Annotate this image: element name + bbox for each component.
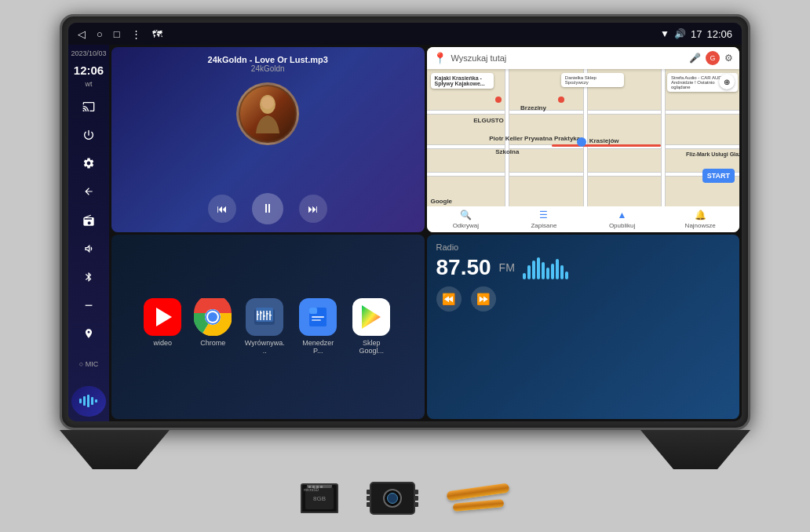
car-unit: ◁ ○ □ ⋮ 🗺 ▼ 🔊 17 12:06 2023/10/03 (44, 14, 766, 518)
svg-rect-24 (309, 308, 317, 314)
app-item-chrome[interactable]: Chrome (194, 298, 232, 347)
current-time: 12:06 (706, 28, 732, 40)
zapisane-label: Zapisane (531, 222, 556, 229)
equalizer-icon (246, 298, 283, 336)
status-left: ◁ ○ □ ⋮ 🗺 (78, 28, 162, 40)
app-item-play-store[interactable]: Sklep Googl... (351, 298, 392, 355)
camera-fin-6 (414, 502, 418, 507)
maps-content[interactable]: Kajaki Krasieńka - Spływy Kajakowe... Da… (427, 69, 740, 206)
maps-pin-icon: 📍 (433, 52, 447, 64)
youtube-icon (144, 298, 181, 336)
mount-bracket-right (640, 430, 750, 469)
microsd-label: microSD (304, 487, 319, 492)
svg-rect-2 (87, 395, 89, 407)
map-poi-2 (558, 97, 564, 103)
backup-camera (370, 482, 415, 515)
sidebar-btn-location[interactable] (75, 321, 103, 346)
map-label-brzeziny: Brzeziny (520, 104, 546, 111)
maps-tab-najnowsze[interactable]: 🔔 Najnowsze (661, 210, 739, 229)
sidebar-btn-mic[interactable]: ○ MIC (75, 352, 103, 377)
opublikuj-label: Opublikuj (609, 222, 635, 229)
sidebar-btn-radio[interactable] (75, 208, 103, 233)
album-art-inner (240, 86, 295, 141)
map-background: Kajaki Krasieńka - Spływy Kajakowe... Da… (427, 69, 740, 206)
recents-nav[interactable]: □ (114, 28, 120, 40)
main-area: 2023/10/03 12:06 wt (68, 45, 742, 421)
wifi-icon: ▼ (660, 28, 670, 39)
maps-tab-zapisane[interactable]: ☰ Zapisane (505, 210, 583, 229)
radio-prev-button[interactable]: ⏪ (436, 286, 462, 312)
app-item-video[interactable]: wideo (144, 298, 181, 347)
play-store-svg (357, 303, 385, 331)
odkrywaj-label: Odkrywaj (453, 222, 479, 229)
files-icon (299, 298, 337, 336)
map-label-poi3: Fliz-Mark Usługi Glazurnicze... (686, 151, 733, 158)
svg-rect-3 (91, 397, 93, 405)
svg-point-10 (208, 312, 217, 322)
yt-play-icon (156, 308, 172, 326)
play-pause-button[interactable]: ⏸ (252, 193, 283, 224)
maps-settings-icon[interactable]: ⚙ (724, 53, 733, 64)
camera-fin-2 (367, 496, 371, 501)
artist-name: 24kGoldn (119, 64, 417, 73)
sidebar-time: 12:06 (74, 64, 104, 77)
sidebar-btn-cast[interactable] (75, 94, 103, 119)
svg-marker-27 (362, 305, 381, 329)
screen: ◁ ○ □ ⋮ 🗺 ▼ 🔊 17 12:06 2023/10/03 (68, 23, 742, 421)
radio-wave-display (523, 256, 568, 279)
map-start-button[interactable]: START (702, 169, 735, 183)
odkrywaj-icon: 🔍 (460, 210, 472, 220)
sidebar-btn-power[interactable] (75, 122, 103, 148)
svg-rect-4 (95, 399, 97, 403)
sidebar-btn-minus[interactable]: − (75, 293, 103, 318)
maps-search-bar[interactable]: 📍 Wyszukaj tutaj 🎤 G ⚙ (427, 47, 740, 69)
next-button[interactable]: ⏭ (299, 195, 327, 223)
sidebar-btn-volume[interactable] (75, 236, 103, 261)
app-item-files[interactable]: Menedzer P... (297, 298, 338, 355)
app-label-files: Menedzer P... (297, 339, 338, 355)
camera-fin-4 (414, 490, 418, 494)
radio-freq-row: 87.50 FM (436, 255, 731, 280)
maps-bottom-tabs: 🔍 Odkrywaj ☰ Zapisane ▲ Opublikuj (427, 206, 740, 232)
sidebar-date: 2023/10/03 (71, 49, 106, 59)
map-label-szkolna: Szkolna (495, 148, 519, 155)
sidebar: 2023/10/03 12:06 wt (68, 45, 109, 421)
map-poi-3 (577, 137, 586, 147)
svg-rect-26 (312, 319, 321, 321)
home-nav[interactable]: ○ (97, 28, 103, 40)
map-label-google: Google (431, 198, 453, 205)
sidebar-day: wt (86, 80, 93, 88)
sidebar-btn-settings[interactable] (75, 151, 103, 176)
map-info-card-1: Kajaki Krasieńka - Spływy Kajakowe... (431, 73, 494, 89)
sd-card-body: 8GB microSD (301, 483, 338, 513)
app-item-equalizer[interactable]: Wyrównywa... (244, 298, 285, 355)
status-bar: ◁ ○ □ ⋮ 🗺 ▼ 🔊 17 12:06 (68, 23, 742, 45)
prev-button[interactable]: ⏮ (208, 195, 236, 223)
back-nav[interactable]: ◁ (78, 28, 86, 40)
sidebar-btn-bluetooth[interactable] (75, 264, 103, 290)
mount-bracket-left (60, 430, 170, 469)
trim-strip-1 (447, 483, 510, 501)
maps-tab-opublikuj[interactable]: ▲ Opublikuj (583, 210, 662, 229)
svg-rect-21 (266, 313, 268, 315)
maps-mic-icon[interactable]: 🎤 (689, 53, 701, 64)
radio-band: FM (499, 261, 515, 274)
radio-frequency: 87.50 (436, 255, 491, 280)
radio-next-button[interactable]: ⏩ (471, 286, 496, 312)
files-svg (306, 305, 330, 329)
audio-wave-button[interactable] (71, 386, 106, 417)
song-title: 24kGoldn - Love Or Lust.mp3 (119, 55, 417, 64)
maps-tab-odkrywaj[interactable]: 🔍 Odkrywaj (427, 210, 505, 229)
chrome-icon (194, 298, 232, 336)
app-label-equalizer: Wyrównywa... (244, 339, 285, 355)
maps-nav[interactable]: 🗺 (152, 28, 162, 40)
maps-profile[interactable]: G (706, 51, 720, 65)
music-panel: 24kGoldn - Love Or Lust.mp3 24kGoldn (111, 47, 425, 232)
sidebar-btn-back[interactable] (75, 179, 103, 204)
volume-icon: 🔊 (674, 28, 686, 39)
menu-nav[interactable]: ⋮ (131, 28, 141, 40)
maps-search-text[interactable]: Wyszukaj tutaj (451, 53, 685, 63)
svg-rect-22 (269, 315, 272, 316)
map-label-krasiejow: Krasiejów (589, 137, 619, 144)
najnowsze-label: Najnowsze (685, 222, 716, 229)
